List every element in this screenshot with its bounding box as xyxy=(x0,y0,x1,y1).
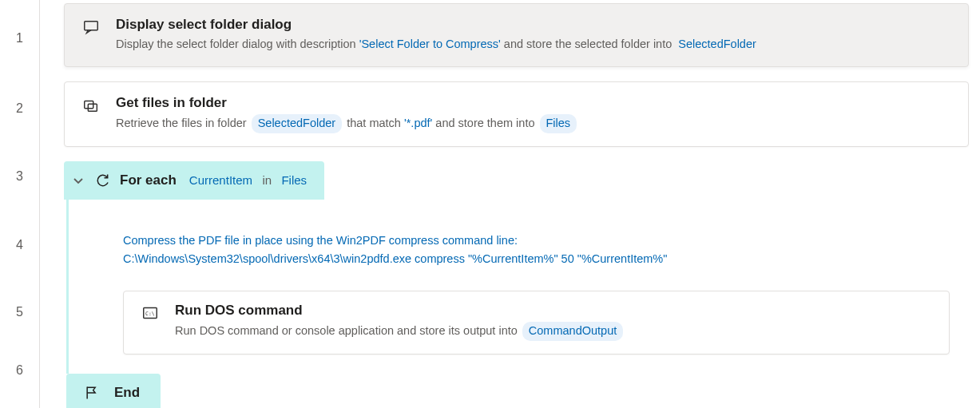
step-comment[interactable]: Compress the PDF file in place using the… xyxy=(123,232,906,268)
variable-token[interactable]: CommandOutput xyxy=(522,322,623,341)
step-description: Display the select folder dialog with de… xyxy=(116,36,952,53)
message-box-icon xyxy=(82,18,100,36)
step-title: Run DOS command xyxy=(175,303,933,319)
flag-icon xyxy=(84,385,100,401)
line-number: 1 xyxy=(0,3,39,73)
step-display-folder-dialog[interactable]: Display select folder dialog Display the… xyxy=(64,3,969,67)
svg-rect-0 xyxy=(85,22,98,30)
step-run-dos-command[interactable]: C:\ Run DOS command Run DOS command or c… xyxy=(123,291,950,355)
variable-token[interactable]: SelectedFolder xyxy=(252,114,343,133)
variable-token[interactable]: Files xyxy=(540,114,577,133)
chevron-down-icon[interactable] xyxy=(72,174,85,187)
svg-rect-1 xyxy=(85,101,93,108)
line-number: 4 xyxy=(0,209,39,281)
foreach-loop-body: Compress the PDF file in place using the… xyxy=(66,200,969,374)
loop-icon xyxy=(94,172,110,188)
console-icon: C:\ xyxy=(141,304,159,322)
svg-text:C:\: C:\ xyxy=(145,311,155,317)
step-title: Display select folder dialog xyxy=(116,17,952,33)
step-title: Get files in folder xyxy=(116,95,952,111)
foreach-vars: CurrentItem in Files xyxy=(186,173,310,187)
svg-rect-2 xyxy=(88,104,97,111)
foreach-label: For each xyxy=(120,172,177,188)
variable-token[interactable]: CurrentItem xyxy=(188,173,254,187)
step-description: Retrieve the files in folder SelectedFol… xyxy=(116,114,952,133)
folder-copy-icon xyxy=(82,97,100,114)
end-label: End xyxy=(114,385,140,401)
foreach-loop-header[interactable]: For each CurrentItem in Files xyxy=(64,161,324,200)
string-literal: 'Select Folder to Compress' xyxy=(359,38,501,50)
line-number: 6 xyxy=(0,343,39,398)
step-description: Run DOS command or console application a… xyxy=(175,322,933,341)
variable-token[interactable]: SelectedFolder xyxy=(676,36,758,53)
string-literal: '*.pdf' xyxy=(404,117,432,129)
line-number: 2 xyxy=(0,73,39,144)
line-number: 3 xyxy=(0,144,39,209)
line-number-gutter: 1 2 3 4 5 6 xyxy=(0,0,40,408)
step-get-files-in-folder[interactable]: Get files in folder Retrieve the files i… xyxy=(64,81,969,147)
foreach-loop-end[interactable]: End xyxy=(66,374,161,408)
line-number: 5 xyxy=(0,281,39,343)
flow-steps: Display select folder dialog Display the… xyxy=(40,0,980,408)
variable-token[interactable]: Files xyxy=(280,173,308,187)
